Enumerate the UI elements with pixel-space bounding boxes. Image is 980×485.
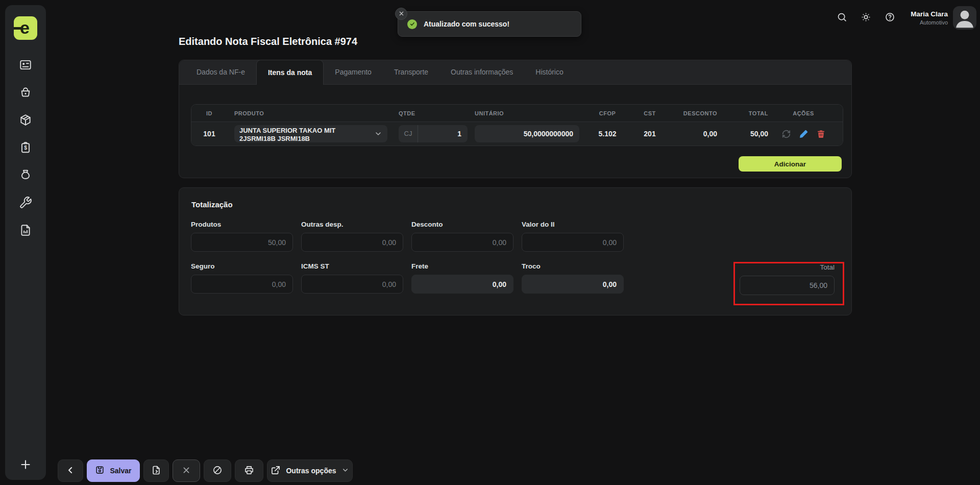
tab-dados-nfe[interactable]: Dados da NF-e [185,60,256,84]
field-valor-do-ii: Valor do II [522,221,624,252]
field-produtos: Produtos [191,221,293,252]
field-total: Total [740,263,835,295]
col-unitario: UNITÁRIO [475,110,579,116]
invoice-items-panel: Dados da NF-e Itens da nota Pagamento Tr… [179,60,852,178]
printer-icon [244,465,254,477]
avatar[interactable] [953,6,976,30]
item-desconto: 0,00 [666,130,717,138]
sidebar-item-services[interactable] [19,196,32,209]
field-label: Seguro [191,262,293,270]
field-seguro: Seguro [191,262,293,294]
print-button[interactable] [235,459,263,482]
help-button[interactable] [881,9,898,27]
total-input[interactable] [740,276,835,295]
x-icon [181,465,191,477]
tab-itens-da-nota[interactable]: Itens da nota [256,60,324,85]
sun-icon [861,12,871,24]
page-title: Editando Nota Fiscal Eletrônica #974 [179,36,357,47]
sidebar-item-purchases[interactable] [19,86,32,99]
more-options-button[interactable]: Outras opções [267,459,353,482]
tabstrip: Dados da NF-e Itens da nota Pagamento Tr… [179,60,851,85]
void-button[interactable] [204,459,231,482]
sidebar-item-products[interactable] [19,113,32,127]
table-row: 101 JUNTA SUPERIOR TAKAO MIT 2JSRMI18B J… [191,122,843,146]
shopping-basket-icon [19,93,32,101]
troco-input[interactable] [522,275,624,294]
valor-ii-input[interactable] [522,233,624,252]
unit-price-input[interactable] [475,125,579,142]
external-link-icon [271,465,281,477]
sidebar: e $ [5,5,46,480]
export-file-button[interactable] [143,459,169,482]
tab-transporte[interactable]: Transporte [383,60,439,84]
produtos-input[interactable] [191,233,293,252]
quantity-input[interactable] [418,130,468,138]
outras-desp-input[interactable] [301,233,403,252]
total-label: Total [740,263,835,271]
chevron-down-icon [341,466,349,475]
money-bag-icon [19,176,32,183]
back-button[interactable] [58,459,83,482]
plus-icon [18,466,33,473]
col-total: TOTAL [721,110,768,116]
save-button-label: Salvar [110,467,131,475]
sidebar-add-button[interactable] [18,457,33,472]
save-button[interactable]: Salvar [87,459,140,482]
field-icms-st: ICMS ST [301,262,403,294]
tab-outras-informacoes[interactable]: Outras informações [439,60,524,84]
item-id: 101 [191,130,227,138]
search-button[interactable] [833,9,850,27]
icms-st-input[interactable] [301,275,403,294]
field-label: Valor do II [522,221,624,228]
toast: Atualizado com sucesso! [398,11,581,37]
sidebar-item-invoices[interactable]: $ [19,141,32,154]
user-name: Maria Clara [911,10,948,18]
user-role: Automotivo [911,19,948,26]
desconto-input[interactable] [411,233,513,252]
cancel-button[interactable] [173,459,200,482]
tab-historico[interactable]: Histórico [524,60,574,84]
totals-grid: Produtos Outras desp. Desconto Valor do … [191,221,624,304]
col-cfop: CFOP [585,110,629,116]
sidebar-item-finance[interactable] [19,168,32,182]
person-icon [953,22,976,30]
field-label: Troco [522,262,624,270]
help-circle-icon [885,12,895,24]
tab-pagamento[interactable]: Pagamento [324,60,383,84]
app-logo[interactable]: e [14,16,37,40]
success-check-icon [407,19,417,29]
col-desconto: DESCONTO [666,110,717,116]
sidebar-item-reports[interactable] [19,224,32,237]
delete-item-button[interactable] [816,129,826,139]
file-chart-icon [19,231,32,238]
col-qtde: QTDE [399,110,468,116]
svg-text:$: $ [24,145,27,151]
toast-close-button[interactable] [395,8,407,20]
field-outras-desp: Outras desp. [301,221,403,252]
field-troco: Troco [522,262,624,294]
sidebar-item-contacts[interactable] [19,58,32,71]
package-icon [19,120,32,128]
quantity-unit-prefix: CJ [399,125,418,142]
trash-icon [816,133,826,140]
bottom-toolbar: Salvar Outras opções [58,459,353,482]
items-table-header: ID PRODUTO QTDE UNITÁRIO CFOP CST DESCON… [191,105,843,122]
quantity-field[interactable]: CJ [399,125,468,142]
toast-message: Atualizado com sucesso! [424,20,509,28]
frete-input[interactable] [411,275,513,294]
refresh-item-button[interactable] [781,129,791,139]
product-select-value: JUNTA SUPERIOR TAKAO MIT 2JSRMI18B JSRMI… [239,127,370,142]
theme-toggle-button[interactable] [857,9,874,27]
seguro-input[interactable] [191,275,293,294]
totals-row-1: Produtos Outras desp. Desconto Valor do … [191,221,624,252]
field-label: Produtos [191,221,293,228]
add-item-button[interactable]: Adicionar [739,156,842,172]
product-select[interactable]: JUNTA SUPERIOR TAKAO MIT 2JSRMI18B JSRMI… [234,125,387,142]
topbar: Maria Clara Automotivo [826,6,976,30]
field-label: Outras desp. [301,221,403,228]
col-acoes: AÇÕES [775,110,831,116]
user-menu[interactable]: Maria Clara Automotivo [911,6,976,30]
col-produto: PRODUTO [234,110,387,116]
edit-item-button[interactable] [799,129,808,139]
search-icon [837,12,847,24]
